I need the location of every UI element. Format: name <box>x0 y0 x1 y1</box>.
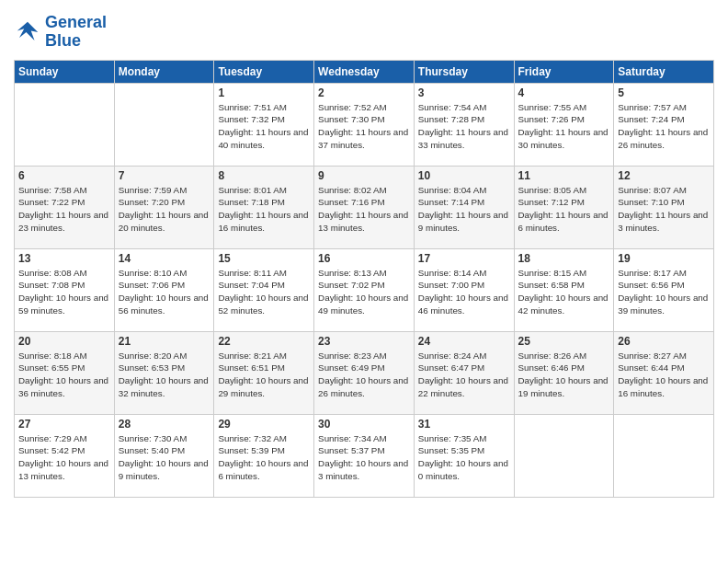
day-info: Sunrise: 7:59 AMSunset: 7:20 PMDaylight:… <box>119 184 210 235</box>
day-number: 12 <box>618 169 710 182</box>
calendar-week-2: 6Sunrise: 7:58 AMSunset: 7:22 PMDaylight… <box>15 166 714 248</box>
day-number: 16 <box>318 252 410 265</box>
day-number: 20 <box>18 335 110 348</box>
logo: General Blue <box>14 14 107 51</box>
calendar-cell: 20Sunrise: 8:18 AMSunset: 6:55 PMDayligh… <box>15 331 115 414</box>
calendar-week-4: 20Sunrise: 8:18 AMSunset: 6:55 PMDayligh… <box>15 331 714 414</box>
calendar-cell: 25Sunrise: 8:26 AMSunset: 6:46 PMDayligh… <box>514 331 614 414</box>
day-info: Sunrise: 8:23 AMSunset: 6:49 PMDaylight:… <box>318 350 410 400</box>
calendar-cell: 2Sunrise: 7:52 AMSunset: 7:30 PMDaylight… <box>314 83 415 166</box>
weekday-header-thursday: Thursday <box>414 60 514 83</box>
calendar-cell: 28Sunrise: 7:30 AMSunset: 5:40 PMDayligh… <box>114 414 214 497</box>
calendar-cell <box>614 414 714 497</box>
day-info: Sunrise: 7:58 AMSunset: 7:22 PMDaylight:… <box>18 184 110 235</box>
calendar-week-3: 13Sunrise: 8:08 AMSunset: 7:08 PMDayligh… <box>15 248 714 331</box>
day-info: Sunrise: 7:51 AMSunset: 7:32 PMDaylight:… <box>218 101 310 152</box>
calendar-week-5: 27Sunrise: 7:29 AMSunset: 5:42 PMDayligh… <box>15 414 714 497</box>
day-info: Sunrise: 8:11 AMSunset: 7:04 PMDaylight:… <box>218 267 310 317</box>
day-number: 22 <box>218 335 310 348</box>
day-number: 31 <box>418 418 510 431</box>
calendar-cell: 8Sunrise: 8:01 AMSunset: 7:18 PMDaylight… <box>214 166 314 248</box>
day-info: Sunrise: 7:57 AMSunset: 7:24 PMDaylight:… <box>618 101 710 152</box>
day-number: 24 <box>418 335 510 348</box>
day-info: Sunrise: 7:52 AMSunset: 7:30 PMDaylight:… <box>318 101 410 152</box>
calendar-cell <box>15 83 115 166</box>
weekday-header-friday: Friday <box>514 60 614 83</box>
day-number: 30 <box>318 418 410 431</box>
calendar-body: 1Sunrise: 7:51 AMSunset: 7:32 PMDaylight… <box>15 83 714 497</box>
calendar-cell: 11Sunrise: 8:05 AMSunset: 7:12 PMDayligh… <box>514 166 614 248</box>
calendar-cell: 6Sunrise: 7:58 AMSunset: 7:22 PMDaylight… <box>15 166 115 248</box>
day-number: 9 <box>318 169 410 182</box>
calendar-cell: 18Sunrise: 8:15 AMSunset: 6:58 PMDayligh… <box>514 248 614 331</box>
calendar-cell: 3Sunrise: 7:54 AMSunset: 7:28 PMDaylight… <box>414 83 514 166</box>
weekday-header-wednesday: Wednesday <box>314 60 415 83</box>
day-info: Sunrise: 8:05 AMSunset: 7:12 PMDaylight:… <box>518 184 610 235</box>
day-number: 28 <box>119 418 210 431</box>
day-info: Sunrise: 7:54 AMSunset: 7:28 PMDaylight:… <box>418 101 510 152</box>
calendar-cell: 12Sunrise: 8:07 AMSunset: 7:10 PMDayligh… <box>614 166 714 248</box>
day-info: Sunrise: 8:27 AMSunset: 6:44 PMDaylight:… <box>618 350 710 400</box>
calendar-cell: 21Sunrise: 8:20 AMSunset: 6:53 PMDayligh… <box>114 331 214 414</box>
calendar-header-row: SundayMondayTuesdayWednesdayThursdayFrid… <box>15 60 714 83</box>
day-number: 27 <box>18 418 110 431</box>
calendar-cell: 23Sunrise: 8:23 AMSunset: 6:49 PMDayligh… <box>314 331 415 414</box>
day-number: 26 <box>618 335 710 348</box>
calendar-cell: 9Sunrise: 8:02 AMSunset: 7:16 PMDaylight… <box>314 166 415 248</box>
calendar-cell <box>114 83 214 166</box>
day-number: 3 <box>418 86 510 99</box>
day-number: 2 <box>318 86 410 99</box>
calendar-table: SundayMondayTuesdayWednesdayThursdayFrid… <box>14 60 714 498</box>
day-info: Sunrise: 8:18 AMSunset: 6:55 PMDaylight:… <box>18 350 110 400</box>
day-number: 23 <box>318 335 410 348</box>
calendar-cell: 19Sunrise: 8:17 AMSunset: 6:56 PMDayligh… <box>614 248 714 331</box>
calendar-cell: 24Sunrise: 8:24 AMSunset: 6:47 PMDayligh… <box>414 331 514 414</box>
day-info: Sunrise: 8:08 AMSunset: 7:08 PMDaylight:… <box>18 267 110 317</box>
calendar-week-1: 1Sunrise: 7:51 AMSunset: 7:32 PMDaylight… <box>15 83 714 166</box>
calendar-cell: 27Sunrise: 7:29 AMSunset: 5:42 PMDayligh… <box>15 414 115 497</box>
weekday-header-sunday: Sunday <box>15 60 115 83</box>
day-number: 21 <box>119 335 210 348</box>
logo-text-line1: General <box>45 14 107 32</box>
calendar-cell: 1Sunrise: 7:51 AMSunset: 7:32 PMDaylight… <box>214 83 314 166</box>
day-number: 29 <box>218 418 310 431</box>
day-info: Sunrise: 7:29 AMSunset: 5:42 PMDaylight:… <box>18 432 110 483</box>
day-info: Sunrise: 7:35 AMSunset: 5:35 PMDaylight:… <box>418 432 510 483</box>
calendar-cell: 29Sunrise: 7:32 AMSunset: 5:39 PMDayligh… <box>214 414 314 497</box>
day-info: Sunrise: 7:34 AMSunset: 5:37 PMDaylight:… <box>318 432 410 483</box>
day-number: 15 <box>218 252 310 265</box>
day-info: Sunrise: 8:13 AMSunset: 7:02 PMDaylight:… <box>318 267 410 317</box>
day-info: Sunrise: 8:14 AMSunset: 7:00 PMDaylight:… <box>418 267 510 317</box>
day-info: Sunrise: 8:07 AMSunset: 7:10 PMDaylight:… <box>618 184 710 235</box>
weekday-header-monday: Monday <box>114 60 214 83</box>
day-number: 7 <box>119 169 210 182</box>
day-info: Sunrise: 7:30 AMSunset: 5:40 PMDaylight:… <box>119 432 210 483</box>
day-info: Sunrise: 8:10 AMSunset: 7:06 PMDaylight:… <box>119 267 210 317</box>
calendar-cell: 13Sunrise: 8:08 AMSunset: 7:08 PMDayligh… <box>15 248 115 331</box>
svg-marker-0 <box>17 22 39 40</box>
calendar-cell: 14Sunrise: 8:10 AMSunset: 7:06 PMDayligh… <box>114 248 214 331</box>
day-info: Sunrise: 7:55 AMSunset: 7:26 PMDaylight:… <box>518 101 610 152</box>
page-header: General Blue <box>14 14 714 51</box>
calendar-cell: 26Sunrise: 8:27 AMSunset: 6:44 PMDayligh… <box>614 331 714 414</box>
calendar-cell <box>514 414 614 497</box>
calendar-cell: 7Sunrise: 7:59 AMSunset: 7:20 PMDaylight… <box>114 166 214 248</box>
calendar-cell: 31Sunrise: 7:35 AMSunset: 5:35 PMDayligh… <box>414 414 514 497</box>
weekday-header-saturday: Saturday <box>614 60 714 83</box>
day-number: 8 <box>218 169 310 182</box>
day-info: Sunrise: 8:20 AMSunset: 6:53 PMDaylight:… <box>119 350 210 400</box>
calendar-cell: 16Sunrise: 8:13 AMSunset: 7:02 PMDayligh… <box>314 248 415 331</box>
day-number: 11 <box>518 169 610 182</box>
day-number: 17 <box>418 252 510 265</box>
calendar-cell: 22Sunrise: 8:21 AMSunset: 6:51 PMDayligh… <box>214 331 314 414</box>
logo-bird-icon <box>14 18 41 46</box>
logo-text-line2: Blue <box>45 32 107 51</box>
calendar-cell: 17Sunrise: 8:14 AMSunset: 7:00 PMDayligh… <box>414 248 514 331</box>
weekday-header-tuesday: Tuesday <box>214 60 314 83</box>
calendar-cell: 30Sunrise: 7:34 AMSunset: 5:37 PMDayligh… <box>314 414 415 497</box>
day-number: 6 <box>18 169 110 182</box>
day-info: Sunrise: 8:02 AMSunset: 7:16 PMDaylight:… <box>318 184 410 235</box>
day-number: 10 <box>418 169 510 182</box>
day-number: 1 <box>218 86 310 99</box>
day-number: 13 <box>18 252 110 265</box>
